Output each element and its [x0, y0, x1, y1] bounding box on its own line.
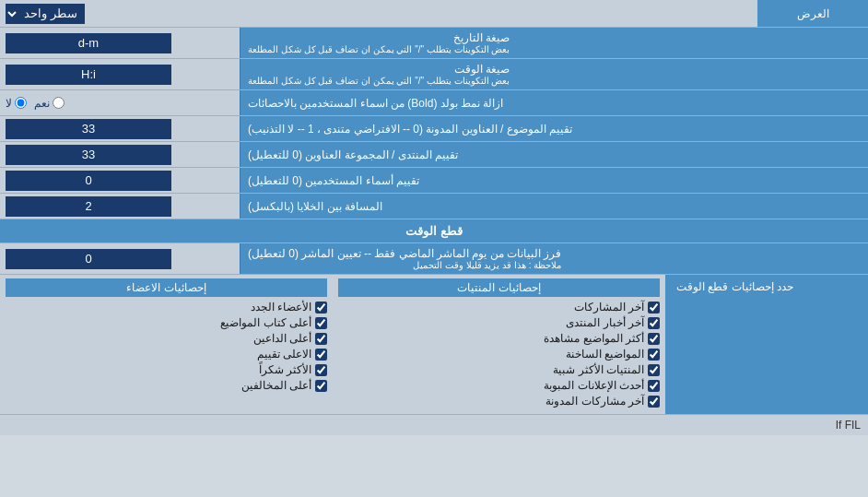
stat-member-1-checkbox[interactable] — [315, 317, 327, 329]
cell-spacing-input[interactable] — [6, 196, 171, 217]
stat-post-6-label: آخر مشاركات المدونة — [545, 395, 644, 408]
stat-member-0-label: الأعضاء الجدد — [251, 301, 311, 314]
bold-remove-input-cell: نعم لا — [0, 90, 240, 115]
limit-label: حدد إحصائيات قطع الوقت — [665, 275, 868, 414]
bold-no-radio[interactable] — [15, 97, 27, 109]
cutoff-section-header: قطع الوقت — [0, 219, 868, 243]
stat-post-2: أكثر المواضيع مشاهدة — [338, 332, 660, 345]
time-format-row: صيغة الوقت بعض التكوينات يتطلب "/" التي … — [0, 59, 868, 90]
stat-post-2-label: أكثر المواضيع مشاهدة — [544, 332, 644, 345]
stat-member-4-label: الأكثر شكراً — [259, 363, 311, 376]
stat-post-3-checkbox[interactable] — [648, 349, 660, 361]
date-format-row: صيغة التاريخ بعض التكوينات يتطلب "/" الت… — [0, 28, 868, 59]
stat-post-3-label: المواضيع الساخنة — [566, 348, 644, 361]
stat-member-1: أعلى كتاب المواضيع — [6, 316, 327, 329]
stat-post-1-label: آخر أخبار المنتدى — [566, 316, 644, 329]
bold-yes-label[interactable]: نعم — [34, 97, 65, 110]
topics-sort-label: تقييم الموضوع / العناوين المدونة (0 -- ا… — [240, 116, 868, 141]
bottom-note: If FIL — [0, 415, 868, 435]
stat-post-4-label: المنتيات الأكثر شبية — [553, 363, 644, 376]
stat-post-5-checkbox[interactable] — [648, 380, 660, 392]
stat-post-6: آخر مشاركات المدونة — [338, 395, 660, 408]
time-format-input-cell — [0, 59, 240, 89]
stat-post-4: المنتيات الأكثر شبية — [338, 363, 660, 376]
stat-post-4-checkbox[interactable] — [648, 364, 660, 376]
topics-sort-input[interactable] — [6, 119, 171, 139]
stats-section: حدد إحصائيات قطع الوقت إحصائيات المنتيات… — [0, 275, 868, 415]
stat-member-4-checkbox[interactable] — [315, 364, 327, 376]
cutoff-input-cell — [0, 243, 240, 274]
cutoff-input[interactable] — [6, 249, 171, 269]
stat-post-2-checkbox[interactable] — [648, 333, 660, 345]
member-stats-col: إحصائيات الاعضاء الأعضاء الجدد أعلى كتاب… — [0, 275, 333, 414]
date-format-label: صيغة التاريخ بعض التكوينات يتطلب "/" الت… — [240, 28, 868, 58]
mode-select[interactable]: سطر واحد — [6, 4, 85, 24]
stat-post-5-label: أحدث الإعلانات المبوبة — [544, 379, 644, 392]
users-sort-row: تقييم أسماء المستخدمين (0 للتعطيل) — [0, 168, 868, 194]
users-sort-label: تقييم أسماء المستخدمين (0 للتعطيل) — [240, 168, 868, 193]
bold-remove-label: ازالة نمط بولد (Bold) من اسماء المستخدمي… — [240, 90, 868, 115]
cell-spacing-row: المسافة بين الخلايا (بالبكسل) — [0, 194, 868, 219]
date-format-input-cell — [0, 28, 240, 58]
stat-member-0-checkbox[interactable] — [315, 302, 327, 314]
users-sort-input[interactable] — [6, 171, 171, 191]
stat-post-6-checkbox[interactable] — [648, 396, 660, 408]
stat-post-0-label: آخر المشاركات — [574, 301, 644, 314]
stat-post-0: آخر المشاركات — [338, 301, 660, 314]
date-format-input[interactable] — [6, 33, 171, 53]
stat-post-1: آخر أخبار المنتدى — [338, 316, 660, 329]
forum-sort-input-cell — [0, 142, 240, 167]
section-title: العرض — [757, 0, 868, 27]
stat-post-1-checkbox[interactable] — [648, 317, 660, 329]
topics-sort-row: تقييم الموضوع / العناوين المدونة (0 -- ا… — [0, 116, 868, 142]
cutoff-label: فرز البيانات من يوم الماشر الماضي فقط --… — [240, 243, 868, 274]
cell-spacing-label: المسافة بين الخلايا (بالبكسل) — [240, 194, 868, 219]
stat-member-3-label: الاعلى تقييم — [257, 348, 311, 361]
forum-sort-row: تقييم المنتدى / المجموعة العناوين (0 للت… — [0, 142, 868, 168]
stat-member-5-checkbox[interactable] — [315, 380, 327, 392]
forum-sort-label: تقييم المنتدى / المجموعة العناوين (0 للت… — [240, 142, 868, 167]
header-row: العرض سطر واحد — [0, 0, 868, 28]
stat-member-5-label: أعلى المخالفين — [241, 379, 311, 392]
stat-member-2: أعلى الداعين — [6, 332, 327, 345]
stat-member-2-checkbox[interactable] — [315, 333, 327, 345]
member-stats-header: إحصائيات الاعضاء — [6, 278, 327, 297]
stat-member-2-label: أعلى الداعين — [253, 332, 311, 345]
bold-yes-radio[interactable] — [53, 97, 65, 109]
stat-post-0-checkbox[interactable] — [648, 302, 660, 314]
users-sort-input-cell — [0, 168, 240, 193]
topics-sort-input-cell — [0, 116, 240, 141]
stat-post-3: المواضيع الساخنة — [338, 348, 660, 361]
stat-member-0: الأعضاء الجدد — [6, 301, 327, 314]
main-container: العرض سطر واحد صيغة التاريخ بعض التكوينا… — [0, 0, 868, 435]
stat-member-4: الأكثر شكراً — [6, 363, 327, 376]
post-stats-header: إحصائيات المنتيات — [338, 278, 660, 297]
bold-remove-row: ازالة نمط بولد (Bold) من اسماء المستخدمي… — [0, 90, 868, 116]
stat-member-3: الاعلى تقييم — [6, 348, 327, 361]
stat-member-1-label: أعلى كتاب المواضيع — [220, 316, 311, 329]
cutoff-row: فرز البيانات من يوم الماشر الماضي فقط --… — [0, 243, 868, 275]
stat-member-5: أعلى المخالفين — [6, 379, 327, 392]
time-format-label: صيغة الوقت بعض التكوينات يتطلب "/" التي … — [240, 59, 868, 89]
stat-post-5: أحدث الإعلانات المبوبة — [338, 379, 660, 392]
post-stats-col: إحصائيات المنتيات آخر المشاركات آخر أخبا… — [333, 275, 665, 414]
forum-sort-input[interactable] — [6, 145, 171, 165]
time-format-input[interactable] — [6, 65, 171, 85]
bold-no-label[interactable]: لا — [6, 97, 27, 110]
cell-spacing-input-cell — [0, 194, 240, 219]
stat-member-3-checkbox[interactable] — [315, 349, 327, 361]
